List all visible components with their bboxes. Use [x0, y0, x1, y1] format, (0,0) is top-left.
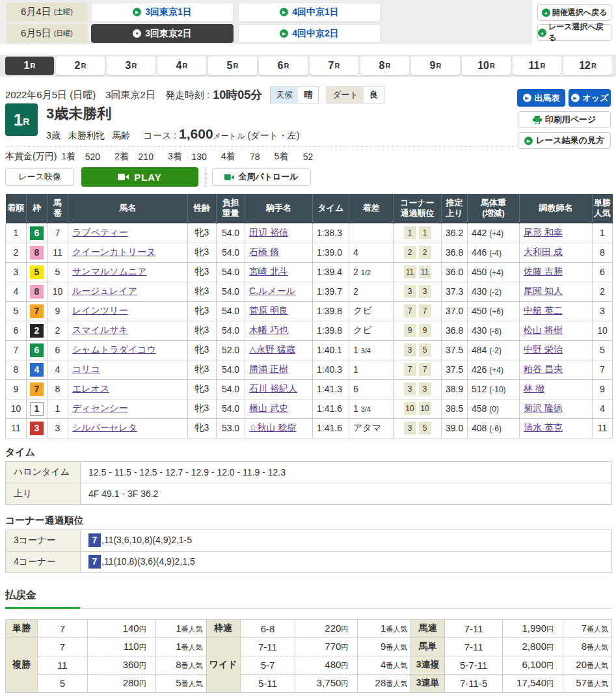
trainer-link[interactable]: 林 徹: [524, 383, 544, 394]
payout-combination: 7-11: [240, 638, 295, 656]
payout-row: 単勝7140円1番人気枠連6-8220円1番人気馬連7-111,990円7番人気: [6, 619, 612, 638]
prize-amount: 210: [129, 152, 154, 162]
trainer-link[interactable]: 菊沢 隆徳: [524, 403, 563, 413]
jockey-link[interactable]: C.ルメール: [249, 286, 295, 296]
jockey-link[interactable]: △永野 猛蔵: [249, 344, 295, 355]
finish-position: 4: [6, 282, 27, 301]
meeting-button-tokyo-day1[interactable]: ▶3回東京1日: [91, 3, 234, 21]
race-tab-12r[interactable]: 12R: [563, 57, 612, 75]
horse-link[interactable]: ディセンシー: [72, 403, 128, 413]
trainer-link[interactable]: 大和田 成: [524, 247, 563, 257]
jockey-link[interactable]: 田辺 裕信: [249, 227, 288, 237]
body-weight: 450 (+4): [468, 262, 520, 282]
jockey-name: C.ルメール: [245, 282, 313, 301]
trainer-link[interactable]: 尾関 知人: [524, 286, 563, 296]
payout-amount: 110円: [87, 638, 155, 656]
date-label-sunday: 6月5日(日曜): [7, 24, 87, 43]
corner-position-box: 3: [404, 422, 416, 435]
race-tab-11r[interactable]: 11R: [513, 57, 561, 75]
jockey-link[interactable]: 宮崎 北斗: [249, 266, 288, 276]
odds-button[interactable]: ▶オッズ: [569, 89, 611, 107]
estimated-last-3f: 37.0: [442, 301, 468, 321]
arrow-right-circle-icon: ▶: [524, 137, 533, 145]
trainer-link[interactable]: 粕谷 昌央: [524, 364, 563, 374]
divider: [5, 146, 579, 146]
jockey-name: 石川 裕紀人: [245, 379, 313, 399]
jockey-link[interactable]: 木幡 巧也: [249, 325, 288, 335]
trainer-link[interactable]: 尾形 和幸: [524, 227, 563, 237]
results-column-header: 調教師名: [520, 194, 593, 223]
jockey-name: 宮崎 北斗: [245, 262, 313, 282]
video-row: レース映像 PLAY 全周パトロール: [5, 167, 616, 187]
race-tab-10r[interactable]: 10R: [462, 57, 511, 75]
jockey-link[interactable]: 石橋 脩: [249, 247, 279, 257]
payout-combination: 5-7: [240, 656, 295, 674]
payout-type-label: 3連単: [411, 674, 445, 692]
trainer-link[interactable]: 清水 英克: [524, 422, 563, 433]
horse-link[interactable]: レインツリー: [72, 305, 128, 315]
horse-link[interactable]: サンマルソムニア: [72, 266, 147, 276]
horse-link[interactable]: ラブペティー: [72, 227, 128, 237]
horse-link[interactable]: スマイルサキ: [72, 325, 128, 335]
corner-position-box: 3: [419, 285, 431, 298]
jockey-link[interactable]: 菅原 明良: [249, 305, 288, 315]
track-label: ダート: [327, 87, 364, 103]
horse-link[interactable]: エレオス: [72, 383, 109, 394]
prize-place-label: 2着: [114, 151, 129, 163]
race-tab-3r[interactable]: 3R: [107, 57, 155, 75]
trainer-link[interactable]: 佐藤 吉勝: [524, 266, 563, 276]
horse-link[interactable]: シルバーセレタ: [72, 422, 137, 433]
results-column-header: 騎手名: [245, 194, 313, 223]
race-title: 3歳未勝利: [46, 104, 299, 124]
race-tab-2r[interactable]: 2R: [56, 57, 105, 75]
carried-weight: 54.0: [217, 399, 245, 418]
corner-positions: 1010: [394, 399, 442, 418]
race-tab-6r[interactable]: 6R: [259, 57, 308, 75]
race-conditions: 3歳 未勝利牝 馬齢 コース : 1,600 メートル (ダート・左): [46, 126, 299, 142]
jockey-link[interactable]: 石川 裕紀人: [249, 383, 297, 394]
race-tab-7r[interactable]: 7R: [310, 57, 358, 75]
meeting-button-chukyo-day2[interactable]: ▶4回中京2日: [238, 24, 381, 43]
race-tab-1r[interactable]: 1R: [5, 57, 54, 75]
date-selector-bar: 6月4日(土曜) 6月5日(日曜) ▶3回東京1日 ▶4回中京1日 ▼3回東京2…: [0, 0, 616, 46]
body-weight: 430 (-8): [468, 321, 520, 340]
race-tab-9r[interactable]: 9R: [411, 57, 460, 75]
trainer-link[interactable]: 中野 栄治: [524, 344, 563, 355]
bracket-number: 1: [27, 399, 47, 418]
payout-popularity: 1番人気: [358, 619, 411, 638]
result-row: 978エレオス牝354.0石川 裕紀人1:41.363338.9512 (-10…: [6, 379, 613, 399]
meeting-button-tokyo-day2-selected[interactable]: ▼3回東京2日: [91, 24, 234, 43]
horse-link[interactable]: クイーンカトリーヌ: [72, 247, 155, 257]
race-tab-5r[interactable]: 5R: [208, 57, 257, 75]
jockey-link[interactable]: ☆秋山 稔樹: [249, 422, 296, 433]
jockey-link[interactable]: 横山 武史: [249, 403, 288, 413]
horse-link[interactable]: コリコ: [72, 364, 100, 374]
estimated-last-3f: 37.5: [442, 360, 468, 379]
margin: 1 3/4: [349, 340, 394, 360]
win-popularity: 5: [593, 340, 613, 360]
race-tab-4r[interactable]: 4R: [157, 57, 206, 75]
play-button[interactable]: PLAY: [81, 167, 198, 187]
entry-table-button[interactable]: ▶出馬表: [517, 89, 565, 107]
horse-link[interactable]: ルージュレイア: [72, 286, 137, 296]
prize-money-line: 本賞金(万円) 1着5202着2103着1304着785着52: [5, 150, 611, 163]
back-to-meeting-select-button[interactable]: ▲開催選択へ戻る: [537, 4, 611, 21]
jockey-link[interactable]: 勝浦 正樹: [249, 364, 288, 374]
arrow-right-circle-icon: ▶: [133, 8, 141, 16]
print-page-button[interactable]: 印刷用ページ: [518, 111, 611, 128]
margin: アタマ: [349, 418, 394, 438]
meeting-button-chukyo-day1[interactable]: ▶4回中京1日: [238, 3, 381, 21]
trainer-name: 中野 栄治: [520, 340, 593, 360]
jockey-name: 菅原 明良: [245, 301, 313, 321]
bracket-color-box: 2: [30, 324, 44, 338]
prize-place-label: 4着: [221, 151, 235, 163]
trainer-link[interactable]: 中舘 英二: [524, 305, 563, 315]
race-tab-8r[interactable]: 8R: [360, 57, 409, 75]
patrol-video-button[interactable]: 全周パトロール: [212, 168, 311, 186]
back-to-race-select-button[interactable]: ▲レース選択へ戻る: [537, 24, 611, 41]
trainer-link[interactable]: 松山 将樹: [524, 325, 563, 335]
results-guide-button[interactable]: ▶レース結果の見方: [518, 132, 611, 149]
corner-position-box: 10: [419, 402, 431, 415]
horse-link[interactable]: シャムトラダイコウ: [72, 344, 156, 355]
bracket-color-box: 7: [30, 304, 44, 318]
